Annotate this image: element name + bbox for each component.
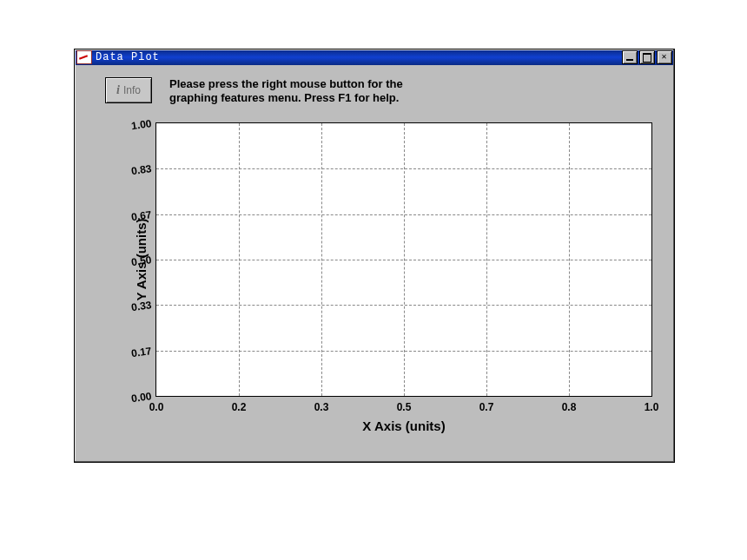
x-tick-label: 0.8 — [562, 401, 577, 413]
grid-line-v — [321, 123, 322, 396]
x-tick-label: 1.0 — [645, 401, 659, 413]
grid-line-v — [569, 123, 570, 396]
y-tick-label: 0.83 — [130, 162, 152, 177]
x-tick-label: 0.5 — [397, 401, 412, 413]
grid-line-v — [404, 123, 405, 396]
info-button[interactable]: i Info — [105, 77, 152, 103]
x-tick-label: 0.2 — [232, 401, 247, 413]
window-title: Data Plot — [96, 51, 160, 63]
x-axis-label: X Axis (units) — [156, 418, 651, 433]
grid-line-v — [486, 123, 487, 396]
info-button-label: Info — [123, 84, 141, 96]
x-tick-label: 0.7 — [479, 401, 494, 413]
plot-area[interactable]: 1.00 0.83 0.67 0.50 0.33 0.17 0.00 0.0 0… — [155, 122, 652, 397]
close-button[interactable] — [657, 50, 672, 64]
instructions-text: Please press the right mouse button for … — [169, 77, 403, 105]
y-tick-label: 0.17 — [130, 345, 152, 359]
app-window: Data Plot i Info Please press the right … — [74, 49, 675, 463]
maximize-button[interactable] — [639, 50, 655, 64]
x-tick-label: 0.0 — [149, 401, 164, 413]
app-icon — [76, 50, 92, 64]
info-icon: i — [116, 83, 120, 97]
y-tick-label: 0.33 — [130, 299, 152, 313]
y-axis-label: Y Axis (units) — [134, 218, 149, 300]
grid-line-v — [239, 123, 240, 396]
chart[interactable]: 1.00 0.83 0.67 0.50 0.33 0.17 0.00 0.0 0… — [155, 122, 651, 395]
minimize-button[interactable] — [622, 50, 638, 64]
x-tick-label: 0.3 — [314, 401, 329, 413]
instructions-line2: graphing features menu. Press F1 for hel… — [169, 91, 403, 105]
client-area[interactable]: i Info Please press the right mouse butt… — [77, 67, 671, 459]
instructions-line1: Please press the right mouse button for … — [169, 77, 403, 91]
title-bar[interactable]: Data Plot — [75, 49, 674, 65]
y-tick-label: 1.00 — [130, 117, 152, 132]
